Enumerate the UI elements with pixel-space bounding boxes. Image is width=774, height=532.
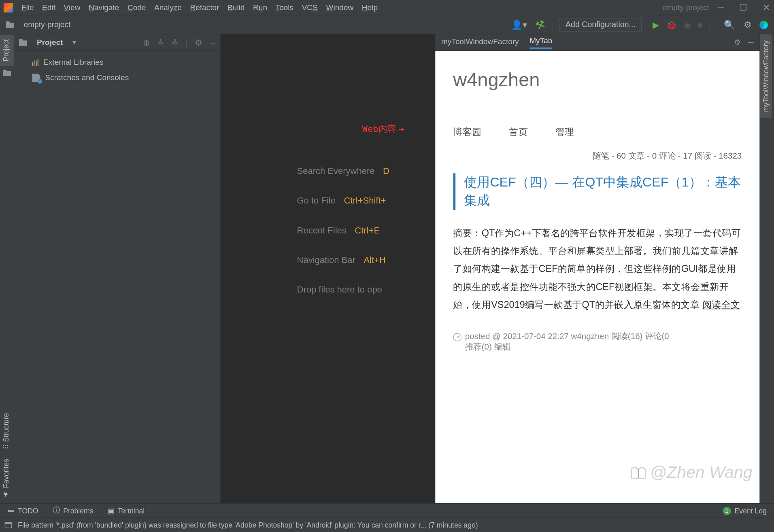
close-icon[interactable]: ✕ — [763, 2, 770, 13]
hint-recent: Recent FilesCtrl+E — [297, 225, 380, 235]
build-icon[interactable]: ⚒ — [534, 17, 547, 32]
menu-refactor[interactable]: Refactor — [190, 3, 219, 12]
menu-run[interactable]: Run — [253, 3, 267, 12]
menu-file[interactable]: File — [21, 3, 34, 12]
meta-line: 推荐(0) 编辑 — [465, 341, 669, 352]
tool-todo[interactable]: ≔ TODO — [7, 507, 38, 515]
tree-item-external-libraries[interactable]: External Libraries — [20, 55, 215, 70]
menu-code[interactable]: Code — [128, 3, 146, 12]
folder-icon — [19, 39, 28, 46]
nav-cnblogs[interactable]: 博客园 — [453, 126, 481, 139]
nav-home[interactable]: 首页 — [509, 126, 528, 139]
left-gutter: Project ⠿ Structure ★ Favorites — [0, 34, 14, 503]
right-gutter: myToolWindowFactory — [759, 34, 774, 503]
collapse-all-icon[interactable]: ≚ — [171, 38, 179, 47]
breadcrumb[interactable]: empty-project — [24, 20, 71, 29]
read-more-link[interactable]: 阅读全文 — [702, 300, 740, 310]
run-config-dropdown[interactable]: Add Configuration... — [559, 18, 642, 32]
menu-view[interactable]: View — [64, 3, 81, 12]
status-window-icon[interactable] — [5, 522, 12, 528]
menu-navigate[interactable]: Navigate — [89, 3, 119, 12]
gear-icon[interactable]: ⚙ — [195, 38, 202, 47]
hide-icon[interactable]: ─ — [210, 38, 216, 47]
minimize-icon[interactable]: ─ — [718, 2, 724, 13]
menu-tools[interactable]: Tools — [276, 3, 294, 12]
menu-vcs[interactable]: VCS — [302, 3, 318, 12]
watermark: @Zhen Wang — [631, 463, 752, 482]
clock-icon — [453, 333, 461, 341]
tab-mytab[interactable]: MyTab — [529, 36, 552, 49]
menu-build[interactable]: Build — [228, 3, 245, 12]
folder-icon[interactable] — [3, 70, 11, 76]
intellij-logo-icon — [4, 3, 13, 12]
blog-nav: 博客园 首页 管理 — [453, 126, 742, 139]
post-title[interactable]: 使用CEF（四）— 在QT中集成CEF（1）：基本集成 — [453, 173, 742, 210]
structure-tab[interactable]: ⠿ Structure — [0, 409, 14, 454]
post-meta: posted @ 2021-07-04 22:27 w4ngzhen 阅读(16… — [453, 331, 742, 352]
tool-problems[interactable]: ⓘ Problems — [53, 506, 94, 516]
post-body: 摘要：QT作为C++下著名的跨平台软件开发框架，实现了一套代码可以在所有的操作系… — [453, 224, 742, 314]
tree-item-label: Scratches and Consoles — [45, 70, 129, 85]
menu-edit[interactable]: Edit — [42, 3, 55, 12]
gear-icon[interactable]: ⚙ — [744, 19, 751, 30]
scratches-icon — [32, 74, 40, 82]
titlebar: File Edit View Navigate Code Analyze Ref… — [0, 0, 774, 15]
coverage-icon[interactable]: ◉ — [684, 20, 691, 29]
favorites-tab[interactable]: ★ Favorites — [0, 454, 14, 503]
tab-mytoolwindowfactory[interactable]: myToolWindowFactory — [441, 37, 519, 48]
right-tool-window: myToolWindowFactory MyTab ⚙ ─ w4ngzhen 博… — [435, 34, 759, 503]
hint-gotofile: Go to FileCtrl+Shift+ — [297, 195, 386, 206]
project-view-title[interactable]: Project — [37, 38, 63, 47]
expand-all-icon[interactable]: ≛ — [157, 38, 164, 47]
debug-icon[interactable]: 🐞 — [666, 20, 676, 29]
project-label: empty-project — [663, 3, 710, 12]
annotation-label: Web内容 — [362, 123, 404, 135]
right-tab-mytoolwindowfactory[interactable]: myToolWindowFactory — [760, 34, 772, 118]
web-content[interactable]: w4ngzhen 博客园 首页 管理 随笔 - 60 文章 - 0 评论 - 1… — [435, 51, 759, 503]
navigation-toolbar: empty-project 👤▾ ⚒ | Add Configuration..… — [0, 15, 774, 34]
target-icon[interactable]: ⊕ — [143, 38, 150, 47]
stop-icon[interactable]: ■ — [698, 20, 703, 29]
event-badge: 1 — [723, 507, 731, 515]
run-icon[interactable]: ▶ — [653, 20, 659, 29]
folder-icon — [6, 21, 15, 28]
account-icon[interactable]: 👤▾ — [511, 19, 527, 30]
editor-area: Web内容 Search EverywhereD Go to FileCtrl+… — [221, 34, 436, 503]
meta-line: posted @ 2021-07-04 22:27 w4ngzhen 阅读(16… — [465, 331, 669, 341]
library-icon — [32, 59, 38, 66]
menu-analyze[interactable]: Analyze — [154, 3, 182, 12]
blog-title: w4ngzhen — [453, 69, 742, 91]
tool-event-log[interactable]: 1Event Log — [723, 507, 767, 515]
status-message: File pattern '*.psd' (from 'bundled' plu… — [18, 521, 478, 529]
hint-navbar: Navigation BarAlt+H — [297, 254, 386, 265]
blog-stats: 随笔 - 60 文章 - 0 评论 - 17 阅读 - 16323 — [453, 151, 742, 161]
status-bar: File pattern '*.psd' (from 'bundled' plu… — [0, 517, 774, 532]
project-tab[interactable]: Project — [0, 34, 14, 66]
menu-window[interactable]: Window — [326, 3, 353, 12]
maximize-icon[interactable]: ☐ — [739, 2, 747, 13]
tool-terminal[interactable]: ▣ Terminal — [108, 507, 145, 515]
tree-item-label: External Libraries — [43, 55, 103, 70]
nav-admin[interactable]: 管理 — [555, 126, 574, 139]
code-with-me-icon[interactable] — [759, 21, 768, 29]
menu-help[interactable]: Help — [362, 3, 378, 12]
project-tree: External Libraries Scratches and Console… — [14, 51, 220, 89]
hint-search: Search EverywhereD — [297, 165, 389, 176]
bottom-tool-bar: ≔ TODO ⓘ Problems ▣ Terminal 1Event Log — [0, 503, 774, 517]
tree-item-scratches[interactable]: Scratches and Consoles — [20, 70, 215, 85]
gear-icon[interactable]: ⚙ — [734, 38, 741, 47]
search-icon[interactable]: 🔍 — [724, 19, 735, 30]
hint-dropfiles: Drop files here to ope — [297, 284, 382, 295]
zhihu-icon — [631, 465, 646, 480]
hide-icon[interactable]: ─ — [748, 38, 754, 47]
project-tool-window: Project ▼ ⊕ ≛ ≚ | ⚙ ─ External Libraries — [14, 34, 221, 503]
main-menu: File Edit View Navigate Code Analyze Ref… — [21, 3, 654, 12]
chevron-down-icon[interactable]: ▼ — [71, 39, 77, 46]
